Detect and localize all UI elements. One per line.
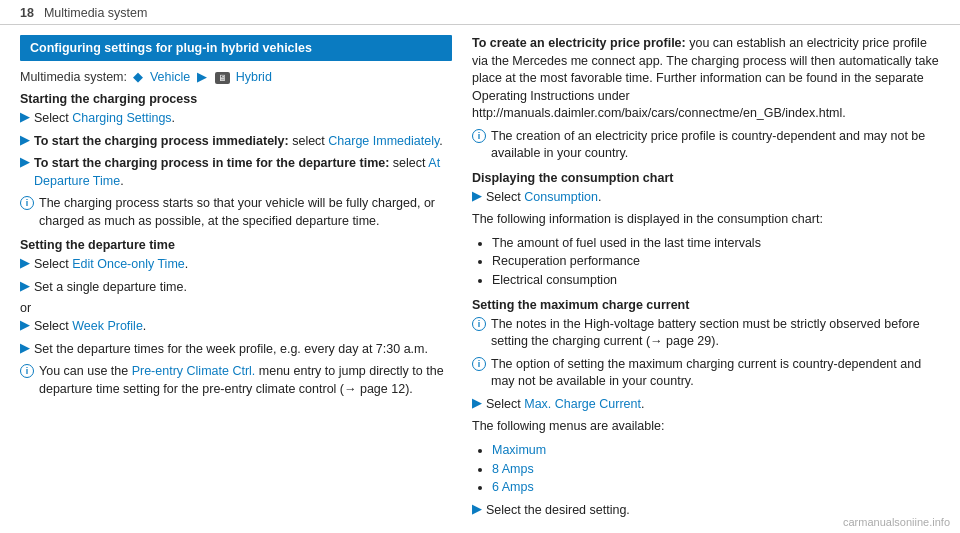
info-text-3: The creation of an electricity price pro… [491, 128, 940, 163]
link-week-profile: Week Profile [72, 319, 143, 333]
section-heading-max-charge: Setting the maximum charge current [472, 298, 940, 312]
arrow-text-2: To start the charging process immediatel… [34, 133, 443, 151]
info-item-country: i The creation of an electricity price p… [472, 128, 940, 163]
info-text-5: The option of setting the maximum chargi… [491, 356, 940, 391]
arrow-text-3: To start the charging process in time fo… [34, 155, 452, 190]
arrow-text-4: Select Edit Once-only Time. [34, 256, 188, 274]
page-header: 18 Multimedia system [0, 0, 960, 25]
path-arrow-2: ▶ [197, 70, 207, 84]
left-column: Configuring settings for plug-in hybrid … [20, 35, 452, 525]
link-max-charge: Max. Charge Current [524, 397, 641, 411]
info-text-2: You can use the Pre-entry Climate Ctrl. … [39, 363, 452, 398]
info-text-1: The charging process starts so that your… [39, 195, 452, 230]
or-text: or [20, 301, 452, 315]
path-icon: 🖥 [215, 72, 230, 84]
arrow-icon-2: ▶ [20, 133, 29, 147]
blue-box-heading: Configuring settings for plug-in hybrid … [20, 35, 452, 61]
bullet-6-amps: 6 Amps [492, 478, 940, 497]
arrow-icon-3: ▶ [20, 155, 29, 169]
arrow-item-single-departure: ▶ Set a single departure time. [20, 279, 452, 297]
menus-available-para: The following menus are available: [472, 418, 940, 436]
arrow-text-6: Select Week Profile. [34, 318, 146, 336]
page-number: 18 [20, 6, 34, 20]
path-vehicle: Vehicle [150, 70, 190, 84]
arrow-icon-10: ▶ [472, 502, 481, 516]
info-icon-5: i [472, 357, 486, 371]
consumption-bullet-list: The amount of fuel used in the last time… [472, 234, 940, 290]
info-item-1: i The charging process starts so that yo… [20, 195, 452, 230]
link-maximum: Maximum [492, 443, 546, 457]
page-title: Multimedia system [44, 6, 148, 20]
section-heading-departure: Setting the departure time [20, 238, 452, 252]
info-item-pre-entry: i You can use the Pre-entry Climate Ctrl… [20, 363, 452, 398]
charge-menu-list: Maximum 8 Amps 6 Amps [472, 441, 940, 497]
system-path: Multimedia system: ◆ Vehicle ▶ 🖥 Hybrid [20, 69, 452, 84]
info-text-4: The notes in the High-voltage battery se… [491, 316, 940, 351]
arrow-item-3: ▶ To start the charging process in time … [20, 155, 452, 190]
bold-3: To start the charging process in time fo… [34, 156, 389, 170]
link-charging-settings: Charging Settings [72, 111, 171, 125]
info-icon-4: i [472, 317, 486, 331]
path-arrow-1: ◆ [133, 70, 143, 84]
arrow-text-7: Set the departure times for the week pro… [34, 341, 428, 359]
info-icon-2: i [20, 364, 34, 378]
system-path-prefix: Multimedia system: [20, 70, 127, 84]
arrow-item-set-departure-times: ▶ Set the departure times for the week p… [20, 341, 452, 359]
arrow-icon-5: ▶ [20, 279, 29, 293]
arrow-icon-8: ▶ [472, 189, 481, 203]
link-consumption: Consumption [524, 190, 598, 204]
bullet-fuel: The amount of fuel used in the last time… [492, 234, 940, 253]
arrow-text-10: Select the desired setting. [486, 502, 630, 520]
bold-2: To start the charging process immediatel… [34, 134, 289, 148]
path-hybrid: Hybrid [236, 70, 272, 84]
arrow-icon-4: ▶ [20, 256, 29, 270]
electricity-profile-para: To create an electricity price profile: … [472, 35, 940, 123]
right-column: To create an electricity price profile: … [472, 35, 940, 525]
bullet-8-amps: 8 Amps [492, 460, 940, 479]
link-pre-entry: Pre-entry Climate Ctrl. [132, 364, 256, 378]
arrow-icon-7: ▶ [20, 341, 29, 355]
section-heading-charging: Starting the charging process [20, 92, 452, 106]
link-charge-immediately: Charge Immediately [328, 134, 439, 148]
watermark: carmanualsoniine.info [843, 516, 950, 528]
electricity-heading-bold: To create an electricity price profile: [472, 36, 686, 50]
bullet-electrical: Electrical consumption [492, 271, 940, 290]
arrow-item-2: ▶ To start the charging process immediat… [20, 133, 452, 151]
bullet-recuperation: Recuperation performance [492, 252, 940, 271]
arrow-text-1: Select Charging Settings. [34, 110, 175, 128]
info-item-country-charge: i The option of setting the maximum char… [472, 356, 940, 391]
arrow-item-week-profile: ▶ Select Week Profile. [20, 318, 452, 336]
arrow-item-1: ▶ Select Charging Settings. [20, 110, 452, 128]
bullet-maximum: Maximum [492, 441, 940, 460]
arrow-text-5: Set a single departure time. [34, 279, 187, 297]
info-item-high-voltage: i The notes in the High-voltage battery … [472, 316, 940, 351]
arrow-text-9: Select Max. Charge Current. [486, 396, 644, 414]
arrow-text-8: Select Consumption. [486, 189, 601, 207]
arrow-item-max-charge: ▶ Select Max. Charge Current. [472, 396, 940, 414]
arrow-icon-9: ▶ [472, 396, 481, 410]
arrow-icon-6: ▶ [20, 318, 29, 332]
link-edit-once: Edit Once-only Time [72, 257, 185, 271]
arrow-icon-1: ▶ [20, 110, 29, 124]
info-icon-1: i [20, 196, 34, 210]
arrow-item-consumption: ▶ Select Consumption. [472, 189, 940, 207]
section-heading-consumption: Displaying the consumption chart [472, 171, 940, 185]
info-icon-3: i [472, 129, 486, 143]
content-area: Configuring settings for plug-in hybrid … [0, 25, 960, 533]
link-6-amps: 6 Amps [492, 480, 534, 494]
consumption-info-para: The following information is displayed i… [472, 211, 940, 229]
arrow-item-edit-once: ▶ Select Edit Once-only Time. [20, 256, 452, 274]
link-8-amps: 8 Amps [492, 462, 534, 476]
